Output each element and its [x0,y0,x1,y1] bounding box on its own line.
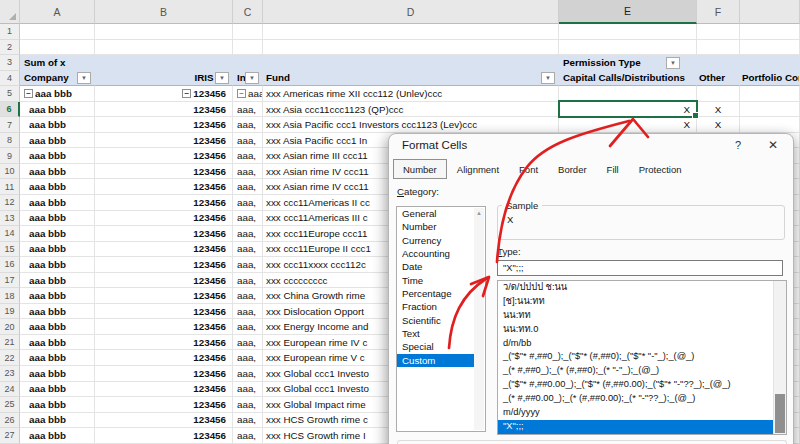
row-header-3[interactable]: 3 [0,55,20,71]
row-header-1[interactable]: 1 [0,24,20,40]
cell-C18[interactable]: aaa, [233,288,263,304]
column-header-right[interactable] [740,0,800,24]
category-general[interactable]: General [397,207,475,220]
format-code-item-1[interactable]: [ช]:นน:ทท [498,295,774,309]
cell-C13[interactable]: aaa, [233,211,263,227]
category-date[interactable]: Date [397,260,475,273]
cell-B11[interactable]: 123456 [95,179,233,195]
row-header-6[interactable]: 6 [0,102,20,118]
row-header-14[interactable]: 14 [0,226,20,242]
cell-G3[interactable] [740,55,800,71]
tab-number[interactable]: Number [393,159,447,179]
row-header-2[interactable]: 2 [0,40,20,56]
cell-F3[interactable] [697,55,740,71]
row-header-9[interactable]: 9 [0,148,20,164]
cell-E7[interactable]: X [559,117,697,133]
category-special[interactable]: Special [397,340,475,353]
type-input[interactable]: "X";;; [497,260,783,276]
cell-A13[interactable]: aaa bbb [20,211,95,227]
cell-B15[interactable]: 123456 [95,242,233,258]
format-code-item-8[interactable]: _(* #,##0.00_);_(* (#,##0.00);_(* "-"??_… [498,392,774,406]
cell-B9[interactable]: 123456 [95,148,233,164]
category-fraction[interactable]: Fraction [397,300,475,313]
row-header-15[interactable]: 15 [0,242,20,258]
cell-G1[interactable] [740,24,800,40]
cell-A20[interactable]: aaa bbb [20,319,95,335]
cell-G7[interactable] [740,117,800,133]
tab-alignment[interactable]: Alignment [447,159,509,179]
scrollbar-thumb[interactable] [775,394,785,433]
cell-B12[interactable]: 123456 [95,195,233,211]
column-header-D[interactable]: D [263,0,559,24]
cell-B21[interactable]: 123456 [95,335,233,351]
cell-C22[interactable]: aaa, [233,350,263,366]
column-header-C[interactable]: C [233,0,263,24]
cell-B5[interactable]: −123456 [95,86,233,102]
row-header-23[interactable]: 23 [0,366,20,382]
cell-D4[interactable]: Fund▼ [263,71,559,87]
cell-B18[interactable]: 123456 [95,288,233,304]
cell-A26[interactable]: aaa bbb [20,413,95,429]
format-code-item-6[interactable]: _(* #,##0_);_(* (#,##0);_(* "-"_);_(@_) [498,364,774,378]
cell-A22[interactable]: aaa bbb [20,350,95,366]
cell-D6[interactable]: xxx Asia ccc11ccc1123 (QP)ccc [263,102,559,118]
cell-A9[interactable]: aaa bbb [20,148,95,164]
format-code-item-9[interactable]: m/d/yyyy [498,406,774,420]
row-header-17[interactable]: 17 [0,273,20,289]
filter-button-B4[interactable]: ▼ [215,72,229,84]
cell-C8[interactable]: aaa, [233,133,263,149]
cell-A3[interactable]: Sum of x [20,55,95,71]
cell-B26[interactable]: 123456 [95,413,233,429]
cell-E5[interactable] [559,86,697,102]
cell-E4[interactable]: Capital Calls/Distributions [559,71,697,87]
cell-B22[interactable]: 123456 [95,350,233,366]
cell-C4[interactable]: Inve▼ [233,71,263,87]
cell-B24[interactable]: 123456 [95,382,233,398]
cell-B17[interactable]: 123456 [95,273,233,289]
cell-G5[interactable] [740,86,800,102]
row-header-21[interactable]: 21 [0,335,20,351]
category-scientific[interactable]: Scientific [397,314,475,327]
cell-C2[interactable] [233,40,263,56]
category-scrollbar[interactable]: ▲ [474,208,484,430]
tab-fill[interactable]: Fill [597,159,629,179]
cell-A24[interactable]: aaa bbb [20,382,95,398]
cell-D1[interactable] [263,24,559,40]
tab-protection[interactable]: Protection [629,159,692,179]
row-header-26[interactable]: 26 [0,413,20,429]
row-header-16[interactable]: 16 [0,257,20,273]
scroll-up-icon[interactable]: ▲ [474,210,484,216]
cell-A11[interactable]: aaa bbb [20,179,95,195]
cell-F4[interactable]: Other [697,71,740,87]
cell-C27[interactable]: aaa, [233,428,263,444]
cell-G4[interactable]: Portfolio Comp [740,71,800,87]
cell-A19[interactable]: aaa bbb [20,304,95,320]
cell-B25[interactable]: 123456 [95,397,233,413]
cell-C14[interactable]: aaa, [233,226,263,242]
cell-A17[interactable]: aaa bbb [20,273,95,289]
cell-F2[interactable] [697,40,740,56]
column-header-F[interactable]: F [697,0,740,24]
category-accounting[interactable]: Accounting [397,247,475,260]
cell-A5[interactable]: −aaa bbb [20,86,95,102]
cell-A21[interactable]: aaa bbb [20,335,95,351]
cell-F1[interactable] [697,24,740,40]
row-header-8[interactable]: 8 [0,133,20,149]
tab-border[interactable]: Border [548,159,597,179]
collapse-button-B5[interactable]: − [182,89,191,98]
format-code-item-0[interactable]: ว/ด/ปปปป ช:นน [498,281,774,295]
row-header-20[interactable]: 20 [0,319,20,335]
select-all-corner[interactable] [0,0,20,24]
cell-B2[interactable] [95,40,233,56]
cell-B3[interactable] [95,55,233,71]
cell-D3[interactable] [263,55,559,71]
cell-B4[interactable]: IRIS ID▼ [95,71,233,87]
filter-button-D4[interactable]: ▼ [541,72,555,84]
cell-B1[interactable] [95,24,233,40]
cell-E3[interactable]: Permission Type▼ [559,55,697,71]
category-time[interactable]: Time [397,274,475,287]
filter-button-E3[interactable]: ▼ [666,57,680,69]
cell-C16[interactable]: aaa, [233,257,263,273]
row-header-5[interactable]: 5 [0,86,20,102]
cell-E1[interactable] [559,24,697,40]
